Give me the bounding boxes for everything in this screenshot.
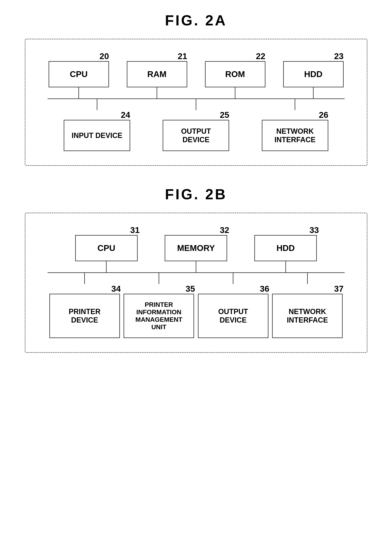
- hdd-wrapper-2a: 23 HDD: [282, 51, 345, 87]
- cpu-wrapper-2b: 31 CPU: [72, 225, 141, 261]
- output-device-number-2b: 36: [196, 284, 270, 294]
- ram-box-2a: RAM: [127, 61, 187, 87]
- output-device-box-2b: OUTPUT DEVICE: [198, 294, 269, 338]
- network-interface-wrapper-2a: 26 NETWORK INTERFACE: [261, 110, 329, 151]
- hdd-number-2b: 33: [251, 225, 320, 235]
- output-device-wrapper-2a: 25 OUTPUT DEVICE: [162, 110, 230, 151]
- printer-device-number-2b: 34: [47, 284, 122, 294]
- ram-wrapper-2a: 21 RAM: [126, 51, 188, 87]
- output-device-wrapper-2b: 36 OUTPUT DEVICE: [196, 284, 270, 338]
- rom-box-2a: ROM: [205, 61, 265, 87]
- memory-wrapper-2b: 32 MEMORY: [162, 225, 230, 261]
- fig2b-title: FIG. 2B: [165, 186, 227, 202]
- memory-box-2b: MEMORY: [165, 235, 227, 261]
- cpu-number-2b: 31: [72, 225, 141, 235]
- input-device-number-2a: 24: [63, 110, 131, 120]
- output-device-box-2a: OUTPUT DEVICE: [163, 120, 229, 151]
- input-device-wrapper-2a: 24 INPUT DEVICE: [63, 110, 131, 151]
- network-interface-number-2a: 26: [261, 110, 329, 120]
- pim-number-2b: 35: [122, 284, 196, 294]
- printer-device-wrapper-2b: 34 PRINTER DEVICE: [47, 284, 122, 338]
- output-device-number-2a: 25: [162, 110, 230, 120]
- fig2a-title: FIG. 2A: [165, 12, 227, 29]
- hdd-box-2b: HDD: [254, 235, 317, 261]
- printer-device-box-2b: PRINTER DEVICE: [49, 294, 120, 338]
- pim-box-2b: PRINTER INFORMATION MANAGEMENT UNIT: [123, 294, 194, 338]
- fig2b-container: 31 CPU 32 MEMORY 33 HDD 34 PRINTER DEVIC…: [25, 213, 367, 353]
- pim-wrapper-2b: 35 PRINTER INFORMATION MANAGEMENT UNIT: [122, 284, 196, 338]
- cpu-wrapper-2a: 20 CPU: [47, 51, 110, 87]
- hdd-wrapper-2b: 33 HDD: [251, 225, 320, 261]
- cpu-box-2a: CPU: [49, 61, 109, 87]
- network-interface-box-2a: NETWORK INTERFACE: [262, 120, 328, 151]
- rom-number-2a: 22: [204, 51, 266, 61]
- memory-number-2b: 32: [162, 225, 230, 235]
- ram-number-2a: 21: [126, 51, 188, 61]
- cpu-box-2b: CPU: [75, 235, 138, 261]
- hdd-number-2a: 23: [282, 51, 345, 61]
- input-device-box-2a: INPUT DEVICE: [64, 120, 130, 151]
- network-interface-box-2b: NETWORK INTERFACE: [272, 294, 343, 338]
- fig2a-container: 20 CPU 21 RAM 22 ROM 23 HDD: [25, 39, 367, 166]
- network-interface-wrapper-2b: 37 NETWORK INTERFACE: [270, 284, 345, 338]
- rom-wrapper-2a: 22 ROM: [204, 51, 266, 87]
- cpu-number-2a: 20: [47, 51, 110, 61]
- hdd-box-2a: HDD: [283, 61, 344, 87]
- network-interface-number-2b: 37: [270, 284, 345, 294]
